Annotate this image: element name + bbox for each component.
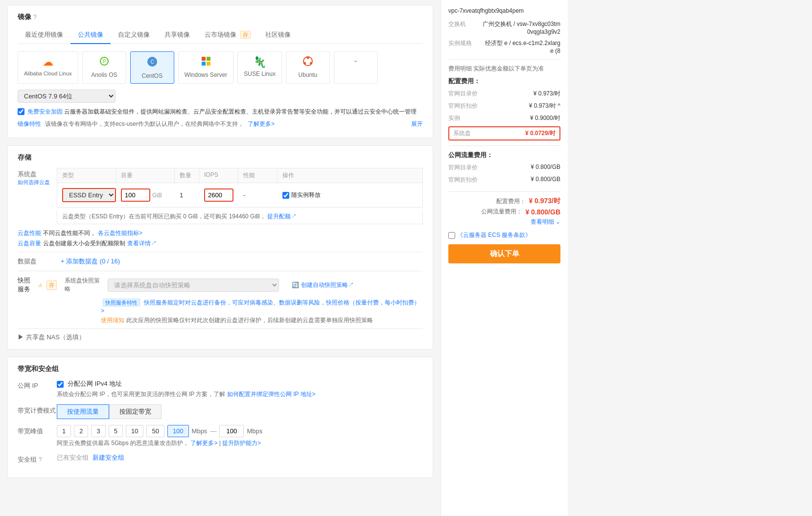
tab-shared[interactable]: 共享镜像 xyxy=(157,26,197,44)
billing-by-traffic[interactable]: 按使用流量 xyxy=(57,404,109,419)
disk-iops-input[interactable] xyxy=(204,188,233,202)
bw-10[interactable]: 10 xyxy=(126,425,143,437)
bw-custom-input[interactable] xyxy=(219,425,244,437)
feature-link[interactable]: 了解更多> xyxy=(248,120,275,128)
usage-warning-row: 使用须知 此次应用的快照策略仅针对此次创建的云盘进行保护，后续新创建的云盘需要单… xyxy=(101,316,423,325)
billing-by-bandwidth[interactable]: 按固定带宽 xyxy=(109,404,162,419)
confirm-btn[interactable]: 确认下单 xyxy=(448,244,560,263)
bw-custom: Mbps xyxy=(219,425,262,437)
bandwidth-peak-label: 带宽峰值 xyxy=(18,425,57,436)
add-disk-btn[interactable]: + 添加数据盘 (0 / 16) xyxy=(61,257,120,266)
bw-tip: 阿里云免费提供最高 5Gbps 的恶意流量攻击防护， 了解更多> | 提升防护能… xyxy=(57,439,423,447)
bw-100[interactable]: 100 xyxy=(167,425,189,437)
bw-5[interactable]: 5 xyxy=(109,425,123,437)
security-content: 已有安全组 新建安全组 xyxy=(57,453,423,462)
os-windows-label: Windows Server xyxy=(185,71,227,78)
bw-separator: — xyxy=(210,427,216,435)
footer-config-label: 配置费用： xyxy=(496,197,526,206)
os-more[interactable]: ⌄ xyxy=(334,51,378,84)
suse-icon: 🦎 xyxy=(253,56,266,69)
data-disk-label: 数据盘 xyxy=(18,257,57,266)
bw-3[interactable]: 3 xyxy=(91,425,105,437)
image-help-icon[interactable]: ? xyxy=(33,14,37,21)
disk-body: ESSD Entry GiB 1 - xyxy=(57,183,423,208)
alibaba-icon: ☁ xyxy=(43,56,53,69)
svg-text:P: P xyxy=(103,59,106,64)
performance-link[interactable]: 各云盘性能指标> xyxy=(98,229,142,237)
disk-performance: - xyxy=(243,191,245,199)
spec-label: 实例规格 xyxy=(448,39,472,54)
bandwidth-section: 带宽和安全组 公网 IP 分配公网 IPv4 地址 系统会分配公网 IP，也可采… xyxy=(7,357,433,478)
snapshot-sub-label: 系统盘快照策略 xyxy=(65,277,104,293)
os-suse[interactable]: 🦎 SUSE Linux xyxy=(237,51,282,84)
security-label-container: 安全组 ? xyxy=(18,453,57,464)
disk-capacity-input[interactable] xyxy=(121,188,150,202)
tab-market[interactable]: 云市场镜像 存 xyxy=(197,26,258,44)
vpc-info: vpc-7xveatqfhgbtx9qab4pem xyxy=(448,7,560,14)
public-list-label: 官网目录价 xyxy=(448,164,478,172)
list-price-value: ¥ 0.973/时 xyxy=(534,90,560,98)
col-performance: 性能 xyxy=(238,168,278,183)
feature-row: 镜像特性 该镜像在专有网络中，支持ecs-user作为默认认用户，在经典网络中不… xyxy=(18,120,423,128)
tos-link[interactable]: 《云服务器 ECS 服务条款》 xyxy=(457,231,531,239)
disk-type-select[interactable]: ESSD Entry xyxy=(62,188,116,202)
os-ubuntu[interactable]: Ubuntu xyxy=(286,51,330,84)
footer-config-row: 配置费用： ¥ 0.973/时 xyxy=(448,197,560,206)
public-ip-checkbox[interactable] xyxy=(57,381,64,388)
billing-detail-link[interactable]: 查看明细 ⌄ xyxy=(531,218,560,226)
os-windows[interactable]: Windows Server xyxy=(178,51,233,84)
os-alibaba[interactable]: ☁ Alibaba Cloud Linux xyxy=(18,51,78,84)
footer-traffic-value: ¥ 0.800/GB xyxy=(525,208,560,216)
disk-performance-cell: - xyxy=(238,189,278,201)
discount-value: ¥ 0.973/时 ^ xyxy=(529,102,560,110)
disk-count-cell: 1 xyxy=(175,189,199,201)
bw-1[interactable]: 1 xyxy=(57,425,71,437)
performance-link-row: 云盘性能 不同云盘性能不同， 各云盘性能指标> xyxy=(18,229,423,237)
snapshot-section: 快照服务 ⚠ 存 系统盘快照策略 请选择系统盘自动快照策略 🔄 创建自动快照策略… xyxy=(18,276,423,325)
nas-row[interactable]: ▶ 共享盘 NAS（选填） xyxy=(18,333,423,342)
tab-recent[interactable]: 最近使用镜像 xyxy=(18,26,70,44)
create-snapshot-link[interactable]: 🔄 创建自动快照策略↗ xyxy=(292,281,354,289)
new-sg-link[interactable]: 新建安全组 xyxy=(93,453,124,462)
bw-learn-link[interactable]: 了解更多> xyxy=(190,440,217,446)
usage-warning-label: 使用须知 xyxy=(101,317,124,324)
performance-link-label: 云盘性能 xyxy=(18,229,41,237)
tab-public[interactable]: 公共镜像 xyxy=(70,26,111,44)
snapshot-save-tag: 存 xyxy=(46,281,57,290)
storage-title: 存储 xyxy=(18,153,423,162)
billing-mode-label: 带宽计费模式 xyxy=(18,404,57,415)
security-help-icon[interactable]: ? xyxy=(39,456,42,463)
tab-custom[interactable]: 自定义镜像 xyxy=(111,26,157,44)
upgrade-link[interactable]: 提升配额↗ xyxy=(267,213,297,220)
free-security-row: 免费安全加固 云服务器加载基础安全组件，提供网站漏洞检查、云产品安全配置检查、主… xyxy=(18,108,423,116)
how-to-select[interactable]: 如何选择云盘 xyxy=(18,179,57,186)
public-ip-row: 公网 IP 分配公网 IPv4 地址 系统会分配公网 IP，也可采用更加灵活的弹… xyxy=(18,379,423,399)
config-cost-label: 配置费用： xyxy=(448,77,560,86)
bw-50[interactable]: 50 xyxy=(146,425,164,437)
capacity-link[interactable]: 查看详情↗ xyxy=(127,239,157,248)
bw-2[interactable]: 2 xyxy=(74,425,88,437)
os-anolis[interactable]: P Anolis OS xyxy=(82,51,126,84)
bw-upgrade-link[interactable]: 提升防护能力> xyxy=(222,440,261,446)
image-section-title: 镜像 xyxy=(18,13,31,22)
discount-label: 官网折扣价 xyxy=(448,102,478,110)
system-disk-cost-value: ¥ 0.0729/时 xyxy=(525,129,556,138)
os-centos[interactable]: C CentOS xyxy=(130,51,174,84)
free-security-checkbox[interactable] xyxy=(18,108,24,115)
version-select[interactable]: CentOS 7.9 64位 xyxy=(18,90,116,103)
snapshot-select[interactable]: 请选择系统盘自动快照策略 xyxy=(108,279,279,292)
public-ip-link[interactable]: 如何配置并绑定弹性公网 IP 地址> xyxy=(227,391,316,398)
tab-community[interactable]: 社区镜像 xyxy=(258,26,298,44)
os-list: ☁ Alibaba Cloud Linux P Anolis OS C Cent… xyxy=(18,51,423,84)
release-checkbox-input[interactable] xyxy=(282,192,289,199)
billing-mode-row: 带宽计费模式 按使用流量 按固定带宽 xyxy=(18,404,423,419)
spec-row: 实例规格 经济型 e / ecs.e-c1m2.2xlarge (8 xyxy=(448,39,560,54)
capacity-link-desc: 云盘创建最大小会受到配额限制 xyxy=(43,239,125,248)
expand-btn[interactable]: 展开 xyxy=(411,120,423,128)
footer-traffic-label: 公网流量费用： xyxy=(481,208,522,216)
disk-op-cell: 随实例释放 xyxy=(278,189,422,201)
tos-checkbox[interactable] xyxy=(448,232,455,239)
billing-mode-buttons: 按使用流量 按固定带宽 xyxy=(57,404,423,419)
svg-text:C: C xyxy=(150,59,154,65)
security-group-row: 安全组 ? 已有安全组 新建安全组 xyxy=(18,453,423,464)
